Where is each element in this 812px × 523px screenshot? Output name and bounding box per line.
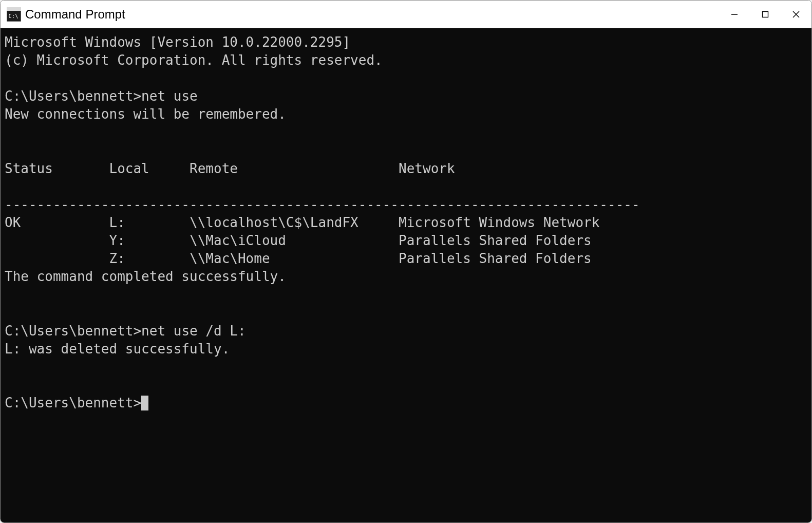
output-line: L: was deleted successfully. — [5, 341, 230, 357]
window-controls — [719, 1, 811, 28]
text-cursor — [141, 396, 148, 410]
svg-rect-4 — [763, 11, 768, 17]
svg-rect-1 — [7, 7, 21, 11]
table-row: OK L: \\localhost\C$\LandFX Microsoft Wi… — [5, 215, 599, 230]
maximize-button[interactable] — [750, 1, 781, 28]
table-divider: ----------------------------------------… — [5, 197, 640, 212]
prompt: C:\Users\bennett> — [5, 88, 141, 104]
command-prompt-window: C:\ Command Prompt Microsoft Windows [Ve… — [0, 0, 812, 523]
table-header: Status Local Remote Network — [5, 161, 455, 176]
command-text: net use — [141, 88, 198, 104]
table-row: Z: \\Mac\Home Parallels Shared Folders — [5, 251, 592, 266]
table-row: Y: \\Mac\iCloud Parallels Shared Folders — [5, 233, 592, 248]
terminal-output[interactable]: Microsoft Windows [Version 10.0.22000.22… — [1, 28, 811, 522]
banner-line: Microsoft Windows [Version 10.0.22000.22… — [5, 34, 350, 50]
cmd-icon: C:\ — [7, 7, 21, 22]
prompt: C:\Users\bennett> — [5, 395, 141, 410]
window-title: Command Prompt — [25, 7, 125, 22]
svg-text:C:\: C:\ — [9, 13, 18, 19]
titlebar[interactable]: C:\ Command Prompt — [1, 1, 811, 28]
command-text: net use /d L: — [141, 323, 246, 339]
banner-line: (c) Microsoft Corporation. All rights re… — [5, 52, 383, 68]
output-line: The command completed successfully. — [5, 269, 286, 284]
prompt: C:\Users\bennett> — [5, 323, 141, 339]
minimize-button[interactable] — [719, 1, 750, 28]
close-button[interactable] — [781, 1, 811, 28]
output-line: New connections will be remembered. — [5, 106, 286, 122]
